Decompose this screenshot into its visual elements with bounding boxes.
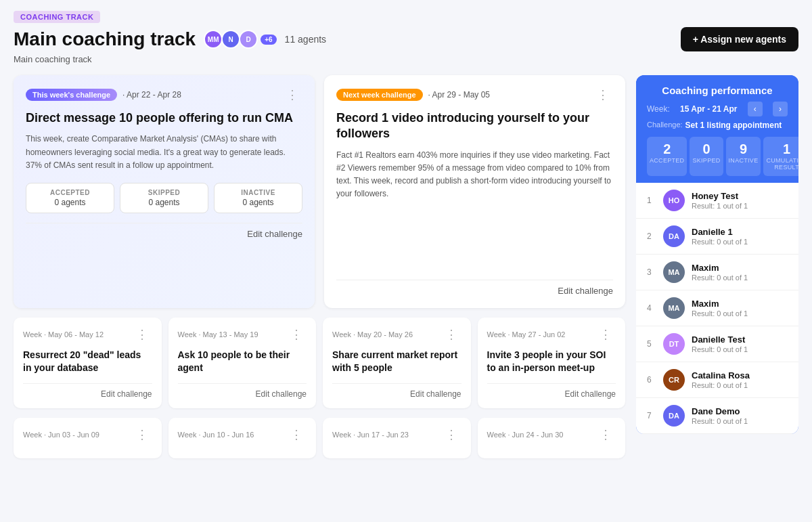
this-week-title: Direct message 10 people offering to run… xyxy=(26,110,302,126)
this-week-desc: This week, create Comparative Market Ana… xyxy=(26,133,302,172)
perf-prev-button[interactable]: ‹ xyxy=(748,102,763,116)
agent-avatar: HO xyxy=(663,190,685,211)
mini-card-1-title: Resurrect 20 "dead" leads in your databa… xyxy=(23,349,152,375)
agent-list-item[interactable]: 1 HO Honey Test Result: 1 out of 1 xyxy=(636,183,798,219)
bottom-card-4: Week · Jun 24 - Jun 30 ⋮ xyxy=(478,418,626,458)
bottom-card-2: Week · Jun 10 - Jun 16 ⋮ xyxy=(168,418,317,458)
perf-week-label: Week: xyxy=(647,104,670,114)
avatar-extra-badge: +6 xyxy=(261,35,276,45)
bottom-card-1: Week · Jun 03 - Jun 09 ⋮ xyxy=(14,418,162,458)
edit-next-week-link[interactable]: Edit challenge xyxy=(336,280,613,296)
stat-skipped: SKIPPED 0 agents xyxy=(120,183,208,213)
agent-name: Maxim xyxy=(692,299,788,309)
perf-stat-skipped: 0 SKIPPED xyxy=(690,137,723,176)
this-week-date: · Apr 22 - Apr 28 xyxy=(122,90,181,100)
bottom-card-2-menu[interactable]: ⋮ xyxy=(286,427,307,442)
agent-rank: 1 xyxy=(647,196,656,205)
edit-this-week-link[interactable]: Edit challenge xyxy=(26,223,302,239)
mini-card-3: Week · May 20 - May 26 ⋮ Share current m… xyxy=(323,318,471,408)
agent-result: Result: 0 out of 1 xyxy=(692,345,788,353)
mini-card-3-title: Share current market report with 5 peopl… xyxy=(332,349,461,375)
mini-challenges-row: Week · May 06 - May 12 ⋮ Resurrect 20 "d… xyxy=(14,318,625,408)
bottom-card-3: Week · Jun 17 - Jun 23 ⋮ xyxy=(323,418,471,458)
bottom-card-3-menu[interactable]: ⋮ xyxy=(441,427,461,442)
mini-card-2-menu[interactable]: ⋮ xyxy=(286,327,307,342)
agent-name: Catalina Rosa xyxy=(692,370,788,380)
this-week-menu-icon[interactable]: ⋮ xyxy=(282,87,302,102)
perf-stats-grid: 2 ACCEPTED 0 SKIPPED 9 INACTIVE 1 CUMULA… xyxy=(647,137,788,176)
agent-rank: 6 xyxy=(647,375,656,385)
mini-edit-4[interactable]: Edit challenge xyxy=(487,383,616,399)
perf-challenge-value: Set 1 listing appointment xyxy=(685,121,782,130)
agent-result: Result: 0 out of 1 xyxy=(692,417,788,425)
this-week-stats: ACCEPTED 0 agents SKIPPED 0 agents INACT… xyxy=(26,183,302,213)
mini-edit-2[interactable]: Edit challenge xyxy=(178,383,307,399)
bottom-week-3: Week · Jun 17 - Jun 23 xyxy=(332,431,409,439)
mini-card-1-menu[interactable]: ⋮ xyxy=(132,327,152,342)
agents-count: 11 agents xyxy=(285,34,327,45)
next-week-badge: Next week challenge xyxy=(336,89,423,101)
mini-edit-1[interactable]: Edit challenge xyxy=(23,383,152,399)
agent-avatar: MA xyxy=(663,297,685,319)
agent-result: Result: 0 out of 1 xyxy=(692,309,788,318)
avatar: MM xyxy=(204,30,223,49)
agent-name: Dane Demo xyxy=(692,406,788,416)
agent-rank: 5 xyxy=(647,339,656,349)
agent-avatar: DA xyxy=(663,225,685,247)
mini-card-4-title: Invite 3 people in your SOI to an in-per… xyxy=(487,349,616,375)
mini-card-2: Week · May 13 - May 19 ⋮ Ask 10 people t… xyxy=(168,318,317,408)
perf-stat-accepted: 2 ACCEPTED xyxy=(647,137,687,176)
perf-stat-cumulative: 1 CUMULATIVE RESULT xyxy=(763,137,798,176)
agent-rank: 4 xyxy=(647,303,656,313)
agent-rank: 2 xyxy=(647,232,656,241)
mini-card-4: Week · May 27 - Jun 02 ⋮ Invite 3 people… xyxy=(478,318,626,408)
mini-week-label-1: Week · May 06 - May 12 xyxy=(23,330,104,339)
agent-result: Result: 1 out of 1 xyxy=(692,202,788,210)
mini-week-label-3: Week · May 20 - May 26 xyxy=(332,330,413,339)
mini-card-2-title: Ask 10 people to be their agent xyxy=(178,349,307,375)
stat-inactive: INACTIVE 0 agents xyxy=(214,183,302,213)
agent-info: Maxim Result: 0 out of 1 xyxy=(692,263,788,282)
agent-name: Honey Test xyxy=(692,191,788,201)
agent-name: Maxim xyxy=(692,263,788,273)
next-week-title: Record 1 video introducing yourself to y… xyxy=(336,110,613,142)
bottom-week-row: Week · Jun 03 - Jun 09 ⋮ Week · Jun 10 -… xyxy=(14,418,625,458)
coaching-track-badge: COACHING TRACK xyxy=(14,11,100,23)
agent-avatar: DA xyxy=(663,405,685,427)
agent-result: Result: 0 out of 1 xyxy=(692,238,788,246)
agent-rank: 3 xyxy=(647,267,656,277)
agent-list[interactable]: 1 HO Honey Test Result: 1 out of 1 2 DA … xyxy=(636,183,798,434)
perf-next-button[interactable]: › xyxy=(773,102,788,116)
perf-week-value: 15 Apr - 21 Apr xyxy=(680,104,737,114)
agent-info: Honey Test Result: 1 out of 1 xyxy=(692,191,788,210)
mini-edit-3[interactable]: Edit challenge xyxy=(332,383,461,399)
stat-accepted: ACCEPTED 0 agents xyxy=(26,183,114,213)
perf-title: Coaching performance xyxy=(647,85,788,96)
next-week-menu-icon[interactable]: ⋮ xyxy=(593,87,613,102)
agent-info: Danielle 1 Result: 0 out of 1 xyxy=(692,227,788,246)
assign-new-agents-button[interactable]: + Assign new agents xyxy=(681,27,798,51)
mini-card-3-menu[interactable]: ⋮ xyxy=(441,327,461,342)
agent-list-item[interactable]: 3 MA Maxim Result: 0 out of 1 xyxy=(636,255,798,290)
agent-info: Catalina Rosa Result: 0 out of 1 xyxy=(692,370,788,389)
agent-list-item[interactable]: 5 DT Danielle Test Result: 0 out of 1 xyxy=(636,326,798,362)
this-week-badge: This week's challenge xyxy=(26,89,117,101)
agent-list-item[interactable]: 7 DA Dane Demo Result: 0 out of 1 xyxy=(636,398,798,434)
coaching-performance-panel: Coaching performance Week: 15 Apr - 21 A… xyxy=(636,75,798,434)
this-week-challenge-card: This week's challenge · Apr 22 - Apr 28 … xyxy=(14,75,315,308)
agent-list-item[interactable]: 6 CR Catalina Rosa Result: 0 out of 1 xyxy=(636,362,798,398)
next-week-date: · Apr 29 - May 05 xyxy=(428,90,490,100)
agents-avatars: MM N D +6 xyxy=(204,30,276,49)
avatar: N xyxy=(221,30,240,49)
agent-name: Danielle 1 xyxy=(692,227,788,237)
mini-week-label-4: Week · May 27 - Jun 02 xyxy=(487,330,566,339)
mini-week-label-2: Week · May 13 - May 19 xyxy=(178,330,258,339)
mini-card-4-menu[interactable]: ⋮ xyxy=(595,327,616,342)
bottom-card-1-menu[interactable]: ⋮ xyxy=(132,427,152,442)
agent-list-item[interactable]: 4 MA Maxim Result: 0 out of 1 xyxy=(636,290,798,326)
agent-avatar: MA xyxy=(663,261,685,283)
agent-list-item[interactable]: 2 DA Danielle 1 Result: 0 out of 1 xyxy=(636,219,798,255)
bottom-week-2: Week · Jun 10 - Jun 16 xyxy=(178,431,254,439)
perf-stat-inactive: 9 INACTIVE xyxy=(726,137,761,176)
bottom-card-4-menu[interactable]: ⋮ xyxy=(595,427,616,442)
